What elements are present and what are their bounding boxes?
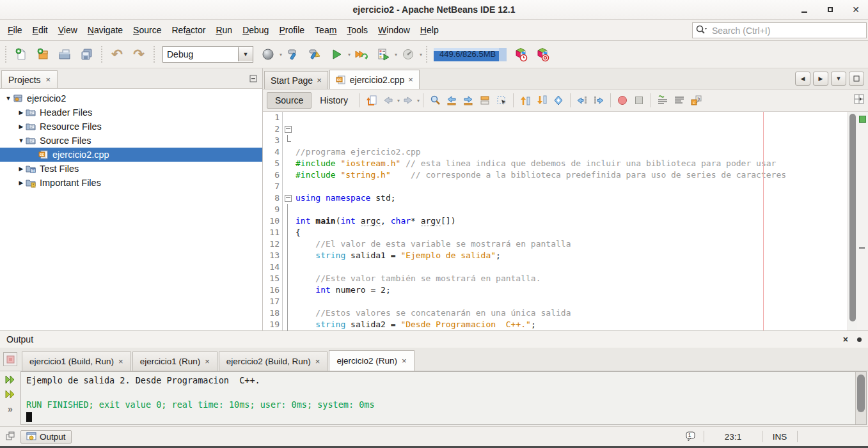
profile-method-button[interactable] <box>398 43 418 65</box>
back-button[interactable] <box>380 92 397 109</box>
dropdown-caret-icon[interactable]: ▾ <box>417 98 420 104</box>
collapse-icon[interactable]: ▼ <box>17 137 26 144</box>
find-next-button[interactable] <box>460 92 477 109</box>
scroll-to-end-button[interactable]: » <box>4 403 17 415</box>
tree-item-resource-files[interactable]: ▶Resource Files <box>0 120 262 134</box>
error-stripe[interactable] <box>857 112 868 330</box>
dropdown-caret-icon[interactable]: ▾ <box>395 52 397 58</box>
close-icon[interactable]: × <box>317 75 322 85</box>
rectangular-selection-button[interactable] <box>493 92 510 109</box>
tree-item-important-files[interactable]: ▶Important Files <box>0 176 262 190</box>
editor-tab-ejercicio2-cpp[interactable]: ccejercicio2.cpp× <box>329 70 420 89</box>
memory-indicator[interactable]: 449.6/826.5MB <box>434 48 507 61</box>
comment-button[interactable] <box>654 92 671 109</box>
close-icon[interactable]: × <box>118 357 123 366</box>
code-text-area[interactable]: //programa ejercicio2.cpp#include "iostr… <box>293 112 848 330</box>
output-minimized-button[interactable]: Output <box>20 430 72 444</box>
menu-view[interactable]: View <box>53 22 83 38</box>
uncomment-button[interactable] <box>671 92 688 109</box>
close-icon[interactable]: × <box>315 357 320 366</box>
close-icon[interactable]: × <box>843 334 848 344</box>
float-window-icon[interactable] <box>857 337 862 342</box>
close-icon[interactable]: × <box>46 75 51 84</box>
config-combobox[interactable]: Debug ▼ <box>162 46 253 63</box>
tree-item-header-files[interactable]: ▶Header Files <box>0 105 262 120</box>
record-macro-button[interactable] <box>614 92 631 109</box>
fold-marker[interactable] <box>283 192 293 204</box>
menu-edit[interactable]: Edit <box>28 22 53 38</box>
menu-profile[interactable]: Profile <box>274 22 310 38</box>
shift-right-button[interactable] <box>590 92 607 109</box>
close-icon[interactable]: × <box>402 356 407 366</box>
menu-navigate[interactable]: Navigate <box>83 22 128 38</box>
split-document-button[interactable] <box>854 94 864 107</box>
code-line[interactable]: string salida1 = "Ejemplo de salida"; <box>293 250 848 261</box>
build-host-button[interactable] <box>258 43 278 65</box>
code-line[interactable]: //Este valor también se mostrará en pant… <box>293 273 848 284</box>
output-tab-ejercicio2-build-run-[interactable]: ejercicio2 (Build, Run)× <box>219 351 328 371</box>
tree-item-ejercicio2[interactable]: ▼ejercicio2 <box>0 91 262 105</box>
new-file-button[interactable] <box>12 43 31 65</box>
rerun-button[interactable] <box>4 374 17 385</box>
redo-button[interactable]: ↷ <box>129 43 148 65</box>
scroll-tabs-left-button[interactable]: ◀ <box>795 72 810 86</box>
code-line[interactable]: int main(int argc, char* argv[]) <box>293 215 848 227</box>
go-to-header-source-button[interactable]: hc <box>688 92 704 109</box>
minimize-button[interactable] <box>800 5 809 14</box>
code-line[interactable]: //El valor de esta variable se mostrará … <box>293 238 848 250</box>
maximize-button[interactable] <box>826 5 835 14</box>
code-line[interactable]: { <box>293 227 848 238</box>
dropdown-caret-icon[interactable]: ▾ <box>280 52 282 58</box>
code-line[interactable]: string salida2 = "Desde Programacion C++… <box>293 319 848 330</box>
save-all-button[interactable] <box>77 43 96 65</box>
output-tab-ejercicio1-run-[interactable]: ejercicio1 (Run)× <box>132 351 217 371</box>
tree-item-source-files[interactable]: ▼Source Files <box>0 134 262 148</box>
editor-vertical-scrollbar[interactable] <box>848 112 857 330</box>
close-icon[interactable]: × <box>408 75 413 84</box>
code-fold-column[interactable] <box>283 112 293 330</box>
history-view-button[interactable]: History <box>312 92 356 109</box>
expand-icon[interactable]: ▶ <box>17 109 26 116</box>
code-line[interactable]: #include "iostream.h" // esta linea indi… <box>293 158 848 169</box>
fold-marker[interactable] <box>283 123 293 135</box>
dropdown-caret-icon[interactable]: ▾ <box>348 52 351 58</box>
find-previous-button[interactable] <box>443 92 460 109</box>
quick-search-input[interactable]: Search (Ctrl+I) <box>692 22 867 38</box>
expand-icon[interactable]: ▶ <box>17 180 26 186</box>
code-line[interactable]: int numero = 2; <box>293 284 848 296</box>
code-line[interactable]: //Estos valores se concatenarán en una ú… <box>293 307 848 319</box>
notifications-icon[interactable]: 1 <box>684 431 697 442</box>
close-button[interactable]: ✕ <box>851 5 860 14</box>
code-line[interactable]: using namespace std; <box>293 192 848 204</box>
menu-window[interactable]: Window <box>373 22 415 38</box>
code-line[interactable] <box>293 181 848 192</box>
collapse-icon[interactable]: ▼ <box>4 95 13 102</box>
run-project-button[interactable] <box>327 43 346 65</box>
stop-macro-button[interactable] <box>631 92 647 109</box>
open-project-button[interactable] <box>55 43 74 65</box>
rerun-with-options-button[interactable] <box>4 389 17 400</box>
tree-item-test-files[interactable]: ▶TTest Files <box>0 162 262 176</box>
toggle-highlight-button[interactable] <box>477 92 493 109</box>
undo-button[interactable]: ↶ <box>107 43 127 65</box>
menu-tools[interactable]: Tools <box>342 22 373 38</box>
profiling-point-clock-button[interactable] <box>510 43 530 65</box>
maximize-window-button[interactable] <box>849 72 864 86</box>
dock-panel-icon[interactable] <box>5 431 15 443</box>
previous-bookmark-button[interactable] <box>517 92 533 109</box>
scrollbar-thumb[interactable] <box>849 114 856 321</box>
menu-file[interactable]: File <box>3 22 28 38</box>
output-tab-ejercicio2-run-[interactable]: ejercicio2 (Run)× <box>329 350 414 371</box>
output-console[interactable]: Ejemplo de salida 2. Desde Programacion … <box>20 371 867 425</box>
editor-tab-start-page[interactable]: Start Page× <box>264 71 328 89</box>
build-project-button[interactable] <box>283 43 303 65</box>
toggle-bookmark-button[interactable] <box>550 92 567 109</box>
code-line[interactable] <box>293 204 848 215</box>
expand-icon[interactable]: ▶ <box>17 166 26 172</box>
last-edit-location-button[interactable] <box>363 92 380 109</box>
code-line[interactable] <box>293 296 848 307</box>
menu-debug[interactable]: Debug <box>237 22 274 38</box>
stop-build-button[interactable] <box>3 352 17 366</box>
tab-projects[interactable]: Projects × <box>1 70 58 88</box>
expand-icon[interactable]: ▶ <box>17 123 26 130</box>
